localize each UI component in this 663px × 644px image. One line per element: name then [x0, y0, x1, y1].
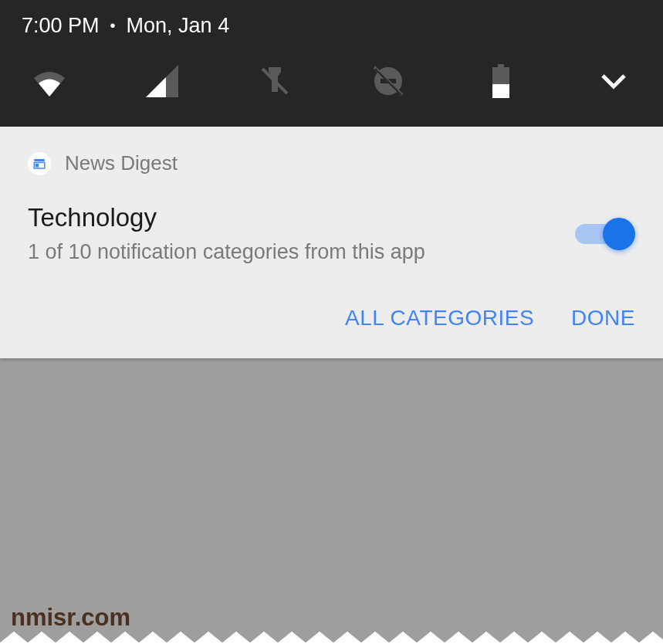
do-not-disturb-off-icon[interactable]: [362, 55, 414, 107]
status-bar: 7:00 PM • Mon, Jan 4: [0, 0, 663, 127]
cell-signal-icon[interactable]: [136, 55, 188, 107]
svg-rect-10: [36, 164, 39, 168]
zigzag-border: [0, 630, 663, 644]
svg-rect-7: [492, 84, 509, 98]
notification-text: Technology 1 of 10 notification categori…: [28, 203, 575, 264]
flashlight-off-icon[interactable]: [249, 55, 301, 107]
quick-settings-row: [0, 46, 663, 107]
notification-header: News Digest: [28, 151, 635, 175]
category-toggle[interactable]: [575, 218, 635, 250]
all-categories-button[interactable]: ALL CATEGORIES: [345, 306, 534, 330]
svg-rect-8: [34, 159, 45, 161]
battery-icon[interactable]: [475, 55, 527, 107]
done-button[interactable]: DONE: [571, 306, 635, 330]
notification-title: Technology: [28, 203, 575, 232]
status-date: Mon, Jan 4: [127, 14, 230, 38]
expand-icon[interactable]: [587, 55, 640, 107]
status-separator: •: [110, 17, 116, 35]
wifi-icon[interactable]: [23, 55, 76, 107]
app-icon: [28, 152, 51, 175]
status-time: 7:00 PM: [22, 14, 100, 38]
status-top-row: 7:00 PM • Mon, Jan 4: [0, 0, 663, 46]
app-name-label: News Digest: [65, 151, 178, 175]
toggle-thumb: [603, 218, 635, 250]
watermark-text: nmisr.com: [11, 604, 130, 632]
svg-rect-5: [498, 64, 504, 67]
notification-body: Technology 1 of 10 notification categori…: [28, 203, 635, 264]
notification-subtitle: 1 of 10 notification categories from thi…: [28, 240, 575, 264]
notification-actions: ALL CATEGORIES DONE: [28, 306, 635, 330]
notification-card: News Digest Technology 1 of 10 notificat…: [0, 127, 663, 358]
